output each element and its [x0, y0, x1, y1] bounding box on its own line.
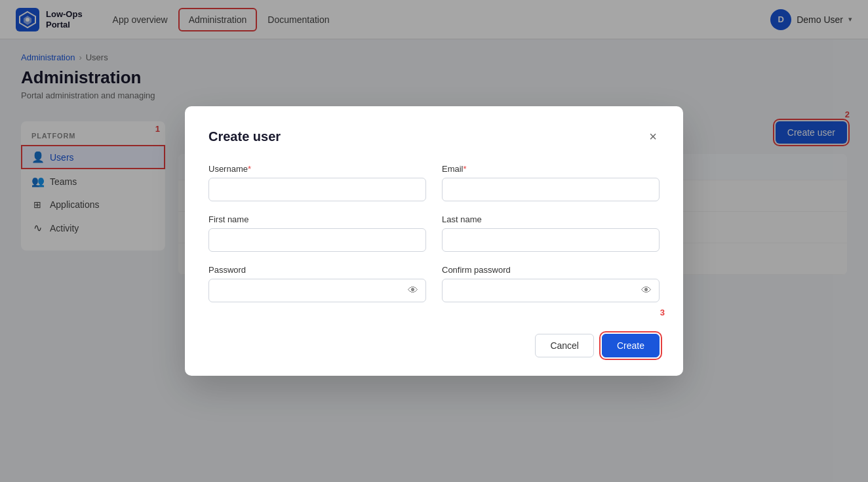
- cancel-button[interactable]: Cancel: [535, 334, 594, 357]
- email-input[interactable]: [442, 178, 660, 201]
- firstname-label: First name: [208, 214, 426, 224]
- annotation-3: 3: [660, 308, 665, 317]
- form-row-3: Password 👁 Confirm password 👁: [208, 265, 660, 302]
- modal-overlay[interactable]: Create user × Username* Email* First nam…: [0, 0, 868, 482]
- username-label: Username*: [208, 164, 426, 174]
- email-label: Email*: [442, 164, 660, 174]
- form-group-username: Username*: [208, 164, 426, 201]
- create-button[interactable]: Create: [602, 334, 660, 357]
- form-row-1: Username* Email*: [208, 164, 660, 201]
- create-user-modal: Create user × Username* Email* First nam…: [185, 106, 683, 376]
- password-input-wrapper: 👁: [208, 279, 426, 302]
- modal-footer: 3 Cancel Create: [208, 323, 660, 357]
- modal-title: Create user: [208, 129, 281, 144]
- form-group-lastname: Last name: [442, 214, 660, 252]
- modal-close-button[interactable]: ×: [646, 127, 660, 146]
- form-group-password: Password 👁: [208, 265, 426, 302]
- confirm-password-label: Confirm password: [442, 265, 660, 275]
- confirm-password-eye-icon[interactable]: 👁: [641, 285, 652, 296]
- password-input[interactable]: [208, 279, 426, 302]
- form-group-firstname: First name: [208, 214, 426, 252]
- confirm-password-input-wrapper: 👁: [442, 279, 660, 302]
- modal-header: Create user ×: [208, 127, 660, 146]
- username-input[interactable]: [208, 178, 426, 201]
- form-group-confirm-password: Confirm password 👁: [442, 265, 660, 302]
- form-group-email: Email*: [442, 164, 660, 201]
- lastname-input[interactable]: [442, 228, 660, 252]
- lastname-label: Last name: [442, 214, 660, 224]
- password-label: Password: [208, 265, 426, 275]
- form-row-2: First name Last name: [208, 214, 660, 252]
- confirm-password-input[interactable]: [442, 279, 660, 302]
- firstname-input[interactable]: [208, 228, 426, 252]
- password-eye-icon[interactable]: 👁: [408, 285, 418, 296]
